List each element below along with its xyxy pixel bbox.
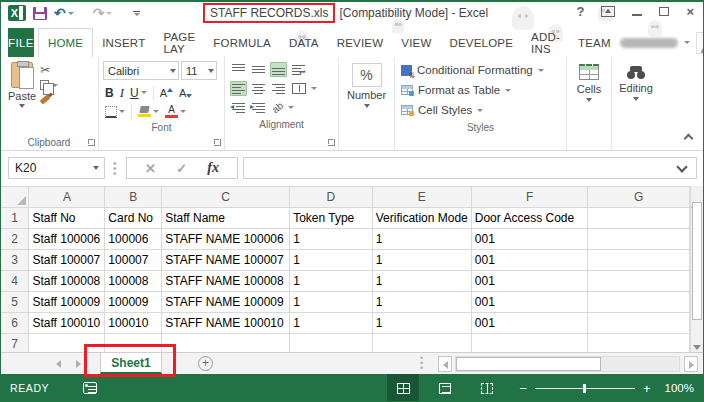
tab-page-lay[interactable]: PAGE LAY	[154, 28, 204, 57]
orientation-button[interactable]: ab	[270, 100, 285, 115]
close-icon[interactable]: ×	[686, 4, 694, 19]
save-icon[interactable]	[33, 7, 47, 20]
user-account-area[interactable]	[620, 28, 704, 57]
borders-icon[interactable]	[105, 106, 117, 118]
tab-team[interactable]: TEAM	[569, 28, 620, 57]
row-header-7[interactable]: 7	[1, 334, 29, 353]
cell-B4[interactable]: 100008	[105, 271, 162, 292]
cell-G6[interactable]	[588, 313, 690, 334]
row-header-3[interactable]: 3	[1, 250, 29, 271]
name-box-dropdown-icon[interactable]	[93, 166, 99, 170]
formula-input[interactable]	[243, 157, 697, 179]
vertical-scroll-thumb[interactable]	[692, 202, 702, 320]
tab-formula[interactable]: FORMULA	[204, 28, 280, 57]
minimize-icon[interactable]	[632, 14, 642, 16]
underline-button[interactable]: U	[130, 86, 139, 100]
conditional-formatting-button[interactable]: Conditional Formatting	[395, 60, 566, 80]
cell-styles-button[interactable]: Cell Styles	[395, 100, 566, 120]
fill-color-dropdown-icon[interactable]	[153, 110, 159, 113]
cell-E7[interactable]	[372, 334, 471, 353]
tab-insert[interactable]: INSERT	[93, 28, 154, 57]
alignment-dialog-launcher-icon[interactable]	[328, 139, 335, 146]
number-format-label[interactable]: Number	[347, 89, 386, 101]
scroll-left-button[interactable]	[438, 356, 452, 372]
orientation-dropdown-icon[interactable]	[288, 106, 294, 109]
cells-dropdown-icon[interactable]	[586, 98, 592, 102]
tab-develope[interactable]: DEVELOPE	[440, 28, 522, 57]
paste-button[interactable]: Paste	[8, 62, 36, 135]
cell-A1[interactable]: Staff No	[29, 208, 105, 229]
next-sheet-icon[interactable]	[76, 360, 81, 368]
format-as-table-button[interactable]: Format as Table	[395, 80, 566, 100]
cell-G4[interactable]	[588, 271, 690, 292]
cell-E1[interactable]: Verification Mode	[372, 208, 471, 229]
row-header-6[interactable]: 6	[1, 313, 29, 334]
zoom-slider[interactable]	[535, 388, 635, 389]
cell-E6[interactable]: 1	[372, 313, 471, 334]
merge-dropdown-icon[interactable]	[311, 87, 317, 90]
cell-F2[interactable]: 001	[471, 229, 588, 250]
row-header-4[interactable]: 4	[1, 271, 29, 292]
shrink-font-button[interactable]: A	[179, 87, 192, 99]
insert-function-icon[interactable]: fx	[207, 160, 219, 176]
cell-B1[interactable]: Card No	[105, 208, 162, 229]
cell-C2[interactable]: STAFF NAME 100006	[162, 229, 290, 250]
row-header-2[interactable]: 2	[1, 229, 29, 250]
fill-color-icon[interactable]	[138, 106, 151, 117]
wrap-text-button[interactable]	[290, 62, 307, 77]
cell-B3[interactable]: 100007	[105, 250, 162, 271]
cell-D4[interactable]: 1	[290, 271, 373, 292]
ribbon-display-options-icon[interactable]	[601, 6, 615, 17]
col-header-C[interactable]: C	[162, 187, 290, 208]
cell-E2[interactable]: 1	[372, 229, 471, 250]
page-break-view-button[interactable]	[471, 374, 503, 402]
font-size-select[interactable]: 11	[181, 61, 217, 80]
excel-logo-icon[interactable]: X	[8, 5, 26, 21]
cell-A5[interactable]: Staff 100009	[29, 292, 105, 313]
tab-home[interactable]: HOME	[38, 28, 93, 57]
cell-D2[interactable]: 1	[290, 229, 373, 250]
tab-scroll-split-handle[interactable]: •••	[420, 356, 423, 371]
cell-D5[interactable]: 1	[290, 292, 373, 313]
tab-data[interactable]: DATA	[280, 28, 328, 57]
cell-G1[interactable]	[588, 208, 690, 229]
cell-E3[interactable]: 1	[372, 250, 471, 271]
cell-A6[interactable]: Staff 100010	[29, 313, 105, 334]
cell-E4[interactable]: 1	[372, 271, 471, 292]
select-all-corner[interactable]	[1, 187, 29, 208]
undo-dropdown-icon[interactable]	[68, 12, 74, 15]
number-dropdown-icon[interactable]	[364, 104, 370, 108]
new-sheet-button[interactable]: +	[198, 356, 213, 371]
undo-button[interactable]: ↶	[54, 6, 74, 20]
cell-F4[interactable]: 001	[471, 271, 588, 292]
cell-A2[interactable]: Staff 100006	[29, 229, 105, 250]
page-layout-view-button[interactable]	[429, 374, 461, 402]
cell-B6[interactable]: 100010	[105, 313, 162, 334]
cell-D1[interactable]: Token Type	[290, 208, 373, 229]
zoom-out-button[interactable]: −	[519, 381, 527, 396]
sheet-tab-sheet1[interactable]: Sheet1	[100, 353, 162, 374]
cell-F1[interactable]: Door Access Code	[471, 208, 588, 229]
cells-group[interactable]: Cells	[567, 57, 612, 150]
align-center-button[interactable]	[250, 81, 267, 96]
cell-C1[interactable]: Staff Name	[162, 208, 290, 229]
cell-A7[interactable]	[29, 334, 105, 353]
editing-dropdown-icon[interactable]	[633, 97, 639, 101]
font-color-dropdown-icon[interactable]	[180, 110, 186, 113]
paste-dropdown-icon[interactable]	[19, 104, 25, 108]
tab-view[interactable]: VIEW	[392, 28, 440, 57]
row-header-5[interactable]: 5	[1, 292, 29, 313]
cancel-icon[interactable]: ✕	[145, 161, 156, 176]
cell-C5[interactable]: STAFF NAME 100009	[162, 292, 290, 313]
bold-button[interactable]: B	[105, 86, 114, 100]
collapse-ribbon-icon[interactable]	[684, 134, 694, 144]
cell-B7[interactable]	[105, 334, 162, 353]
col-header-B[interactable]: B	[105, 187, 162, 208]
help-icon[interactable]: ?	[576, 4, 584, 19]
scroll-down-icon[interactable]	[693, 345, 701, 350]
user-dropdown-icon[interactable]	[684, 41, 690, 44]
macro-record-icon[interactable]	[83, 382, 97, 394]
zoom-in-button[interactable]: +	[643, 381, 651, 396]
expand-formula-bar-icon[interactable]	[676, 161, 687, 172]
cell-E5[interactable]: 1	[372, 292, 471, 313]
